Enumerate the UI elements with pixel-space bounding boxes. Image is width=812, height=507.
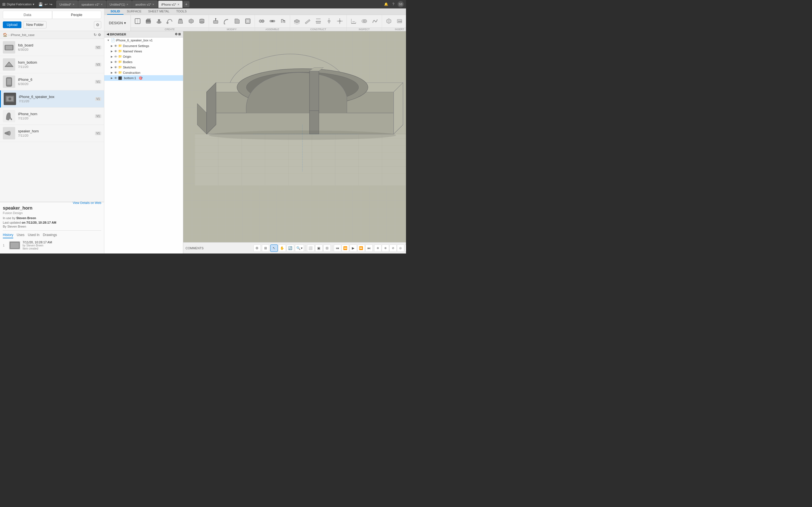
pan-tool-btn[interactable]: ✋ bbox=[278, 244, 286, 252]
save-icon[interactable]: 💾 bbox=[38, 2, 43, 6]
tab-surface[interactable]: SURFACE bbox=[123, 8, 145, 15]
anim-btn-5[interactable]: ⊙ bbox=[405, 244, 406, 252]
file-item-iphone6[interactable]: iPhone_6 6/30/20 V1 bbox=[0, 73, 104, 91]
tab-untitled1[interactable]: Untitled* ✕ bbox=[56, 1, 78, 8]
browser-row-construction[interactable]: ▶ 👁 📁 Construction bbox=[104, 70, 183, 75]
tab-solid[interactable]: SOLID bbox=[107, 8, 123, 15]
comments-expand-icon[interactable]: ⊞ bbox=[262, 244, 269, 252]
tab-drawings[interactable]: Drawings bbox=[43, 233, 57, 238]
tab-close-icon[interactable]: ✕ bbox=[177, 3, 180, 6]
insert-mesh-tool[interactable] bbox=[384, 17, 394, 25]
tab-close-icon[interactable]: ✕ bbox=[152, 3, 154, 6]
file-item-iphone-horn[interactable]: iPhone_horn 7/11/20 V1 bbox=[0, 108, 104, 125]
comments-settings-icon[interactable]: ⚙ bbox=[253, 244, 261, 252]
file-item-horn-bottom[interactable]: horn_bottom 7/11/20 V3 bbox=[0, 56, 104, 73]
tab-history[interactable]: History bbox=[3, 233, 13, 238]
tab-speaker[interactable]: speakern v1* ✕ bbox=[79, 1, 106, 8]
tab-people[interactable]: People bbox=[52, 11, 101, 19]
file-version[interactable]: V1 bbox=[95, 114, 101, 118]
tab-iphone[interactable]: iPhonx v1* ✕ bbox=[158, 1, 183, 8]
tab-sheet-metal[interactable]: SHEET METAL bbox=[145, 8, 173, 15]
refresh-icon[interactable]: ↻ bbox=[94, 33, 97, 37]
file-item-fob-board[interactable]: fob_board 6/30/20 V2 bbox=[0, 39, 104, 56]
workspace-dropdown[interactable]: ▾ bbox=[33, 3, 35, 6]
loft-tool[interactable] bbox=[175, 17, 186, 25]
browser-row-bodies[interactable]: ▶ 👁 📁 Bodies bbox=[104, 59, 183, 64]
user-avatar[interactable]: SB bbox=[398, 1, 404, 7]
anim-btn-3[interactable]: ⊘ bbox=[389, 244, 397, 252]
interference-tool[interactable] bbox=[359, 17, 369, 25]
point-at-tool[interactable] bbox=[335, 17, 345, 25]
sweep-tool[interactable] bbox=[165, 17, 175, 25]
measure-tool[interactable]: mm bbox=[349, 17, 359, 25]
motion-joint-tool[interactable] bbox=[267, 17, 277, 25]
redo-icon[interactable]: ↪ bbox=[49, 2, 52, 6]
timeline-prev-btn[interactable]: ⏪ bbox=[342, 244, 349, 252]
undo-icon[interactable]: ↩ bbox=[45, 2, 48, 6]
timeline-first-btn[interactable]: ⏮ bbox=[334, 244, 341, 252]
file-item-speaker-horn[interactable]: speaker_horn 7/11/20 V1 bbox=[0, 125, 104, 142]
view-mode-btn[interactable]: ▣ bbox=[315, 244, 322, 252]
browser-collapse-icon[interactable]: ◀ bbox=[107, 33, 109, 36]
browser-row-bottom1[interactable]: ▶ 👁 ⬛ bottom:1 🎯 bbox=[104, 75, 183, 81]
browser-settings-icon[interactable]: ⚙ bbox=[175, 33, 177, 36]
visible-icon[interactable]: 👁 bbox=[114, 44, 117, 48]
design-button[interactable]: DESIGN ▾ bbox=[104, 15, 131, 31]
new-body-tool[interactable] bbox=[133, 17, 143, 25]
box-tool[interactable] bbox=[186, 17, 196, 25]
grid-icon[interactable]: ⊞ bbox=[2, 2, 6, 6]
timeline-next-btn[interactable]: ⏩ bbox=[357, 244, 365, 252]
file-version[interactable]: V1 bbox=[95, 80, 101, 83]
axis-through-tool[interactable] bbox=[324, 17, 334, 25]
viewport-3d[interactable]: FRONT Z X Y bbox=[183, 31, 406, 242]
tab-close-icon[interactable]: ✕ bbox=[101, 3, 103, 6]
file-version[interactable]: V3 bbox=[95, 63, 101, 66]
browser-expand-icon[interactable]: ⊞ bbox=[178, 33, 181, 36]
offset-plane-tool[interactable] bbox=[292, 17, 302, 25]
anim-btn-2[interactable]: ⊗ bbox=[382, 244, 389, 252]
browser-row-sketches[interactable]: ▶ 👁 📁 Sketches bbox=[104, 64, 183, 70]
new-tab-button[interactable]: + bbox=[183, 1, 190, 7]
anim-btn-1[interactable]: ⊕ bbox=[374, 244, 382, 252]
upload-button[interactable]: Upload bbox=[3, 21, 21, 28]
midplane-tool[interactable] bbox=[313, 17, 323, 25]
tab-tools[interactable]: TOOLS bbox=[173, 8, 190, 15]
file-version[interactable]: V1 bbox=[95, 131, 101, 135]
tab-close-icon[interactable]: ✕ bbox=[72, 3, 75, 6]
browser-row-named-views[interactable]: ▶ 👁 📁 Named Views bbox=[104, 48, 183, 54]
new-folder-button[interactable]: New Folder bbox=[23, 21, 47, 29]
visible-icon[interactable]: 👁 bbox=[114, 76, 117, 80]
visible-icon[interactable]: 👁 bbox=[114, 50, 117, 53]
orbit-tool-btn[interactable]: 🔄 bbox=[287, 244, 294, 252]
select-mode-btn[interactable]: ↖ bbox=[270, 244, 278, 252]
settings-button[interactable]: ⚙ bbox=[94, 21, 101, 29]
curvature-tool[interactable] bbox=[370, 17, 380, 25]
home-icon[interactable]: 🏠 bbox=[3, 33, 7, 37]
tab-untitled2[interactable]: Untitled*(1) ✕ bbox=[107, 1, 132, 8]
timeline-play-btn[interactable]: ▶ bbox=[350, 244, 357, 252]
chamfer-tool[interactable] bbox=[232, 17, 242, 25]
cylinder-tool[interactable] bbox=[197, 17, 207, 25]
tab-used-in[interactable]: Used In bbox=[28, 233, 40, 238]
tab-data[interactable]: Data bbox=[3, 11, 52, 19]
browser-document-root[interactable]: ▼ 📄 iPhone_6_speaker_box v1 bbox=[104, 38, 183, 43]
file-version[interactable]: V1 bbox=[95, 97, 101, 101]
fillet-tool[interactable] bbox=[221, 17, 232, 25]
view-details-link[interactable]: View Details on Web bbox=[73, 201, 101, 205]
revolve-tool[interactable] bbox=[154, 17, 164, 25]
browser-row-doc-settings[interactable]: ▶ 👁 📁 Document Settings bbox=[104, 43, 183, 48]
file-version[interactable]: V2 bbox=[95, 46, 101, 49]
insert-canvas-tool[interactable] bbox=[405, 17, 406, 25]
display-mode-btn[interactable]: ⊟ bbox=[323, 244, 331, 252]
joint-tool[interactable] bbox=[257, 17, 267, 25]
tab-close-icon[interactable]: ✕ bbox=[126, 3, 129, 6]
angle-plane-tool[interactable] bbox=[303, 17, 313, 25]
visible-icon[interactable]: 👁 bbox=[114, 60, 117, 64]
notifications-icon[interactable]: 🔔 bbox=[383, 1, 389, 7]
insert-svg-tool[interactable]: SVG bbox=[395, 17, 405, 25]
zoom-tool-btn[interactable]: 🔍 ▾ bbox=[295, 244, 304, 252]
visible-icon[interactable]: 👁 bbox=[114, 71, 117, 74]
tab-another[interactable]: anothrn v1* ✕ bbox=[132, 1, 158, 8]
axis-gizmo[interactable]: FRONT Z X Y bbox=[406, 34, 406, 57]
help-icon[interactable]: ? bbox=[390, 1, 396, 7]
